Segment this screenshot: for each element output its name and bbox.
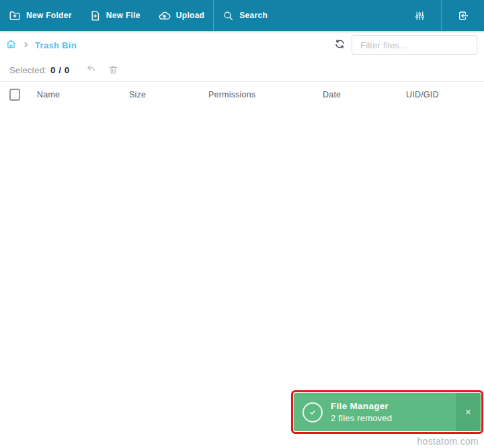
column-header-size[interactable]: Size — [129, 90, 208, 99]
home-icon[interactable] — [5, 38, 17, 52]
topbar-right-actions — [399, 0, 484, 31]
refresh-icon — [334, 38, 346, 52]
selection-bar: Selected: 0 / 0 — [0, 59, 484, 81]
new-file-button[interactable]: New File — [81, 0, 149, 31]
upload-button[interactable]: Upload — [149, 0, 213, 31]
column-header-uidgid[interactable]: UID/GID — [406, 90, 484, 99]
logout-button[interactable] — [442, 0, 484, 31]
toast-close-button[interactable]: × — [456, 393, 481, 431]
select-all-checkbox[interactable] — [9, 89, 20, 101]
search-button[interactable]: Search — [214, 0, 276, 31]
breadcrumb-current[interactable]: Trash Bin — [35, 40, 77, 50]
table-header: Name Size Permissions Date UID/GID — [0, 82, 484, 107]
trash-icon — [108, 64, 118, 77]
logout-icon — [456, 9, 469, 22]
new-file-icon — [89, 10, 101, 21]
refresh-button[interactable] — [334, 38, 346, 52]
sliders-icon — [414, 10, 426, 21]
new-folder-button[interactable]: New Folder — [0, 0, 81, 31]
upload-label: Upload — [176, 11, 204, 20]
selected-count: 0 / 0 — [50, 65, 70, 75]
topbar: New Folder New File Upload — [0, 0, 484, 31]
watermark: hostatom.com — [417, 436, 479, 447]
new-file-label: New File — [106, 11, 140, 20]
search-icon — [223, 10, 234, 21]
toolbar: Trash Bin — [0, 31, 484, 59]
annotation-highlight-box: File Manager 2 files removed × — [291, 390, 483, 434]
delete-button[interactable] — [108, 64, 118, 77]
restore-button[interactable] — [86, 64, 97, 77]
selected-label: Selected: — [9, 65, 47, 75]
column-header-date[interactable]: Date — [323, 90, 406, 99]
toast-message: 2 files removed — [331, 413, 456, 423]
toast-notification: File Manager 2 files removed × — [294, 393, 481, 431]
success-check-icon — [302, 402, 323, 422]
column-header-permissions[interactable]: Permissions — [208, 90, 323, 99]
chevron-right-icon — [22, 39, 30, 51]
select-all-cell — [9, 89, 37, 101]
topbar-actions: New Folder New File Upload — [0, 0, 276, 31]
undo-icon — [86, 64, 97, 77]
settings-button[interactable] — [399, 0, 441, 31]
new-folder-label: New Folder — [26, 11, 72, 20]
breadcrumb: Trash Bin — [5, 38, 77, 52]
toast-title: File Manager — [331, 401, 456, 411]
toast-text: File Manager 2 files removed — [331, 401, 456, 423]
column-header-name[interactable]: Name — [37, 90, 129, 99]
filter-input[interactable] — [352, 35, 477, 55]
search-label: Search — [239, 11, 268, 20]
cloud-upload-icon — [158, 9, 171, 22]
new-folder-icon — [9, 9, 21, 21]
close-icon: × — [465, 406, 471, 418]
